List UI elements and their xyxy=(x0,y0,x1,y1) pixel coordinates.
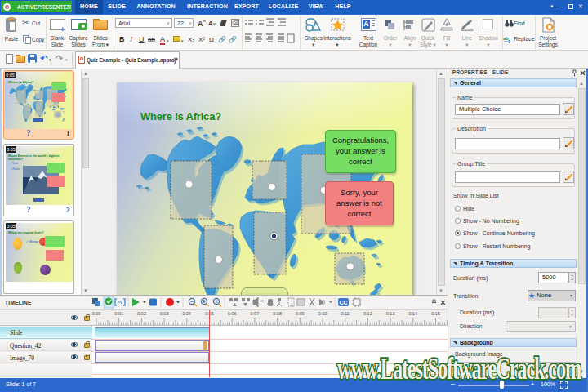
svg-text:0:04: 0:04 xyxy=(182,311,191,316)
svg-text:0:08: 0:08 xyxy=(273,311,282,316)
svg-text:0:03: 0:03 xyxy=(160,311,169,316)
svg-text:0:00: 0:00 xyxy=(92,311,101,316)
svg-text:ab: ab xyxy=(503,36,509,41)
svg-text:0:12: 0:12 xyxy=(363,311,372,316)
svg-text:www.LatestSoftwareCrack.com: www.LatestSoftwareCrack.com xyxy=(337,351,581,385)
svg-text:CC: CC xyxy=(339,300,347,305)
svg-text:0:13: 0:13 xyxy=(386,311,395,316)
svg-text:0:11: 0:11 xyxy=(341,311,350,316)
svg-text:0:15: 0:15 xyxy=(431,311,440,316)
svg-text:0:02: 0:02 xyxy=(137,311,146,316)
svg-text:0:06: 0:06 xyxy=(228,311,237,316)
svg-text:0:07: 0:07 xyxy=(251,311,260,316)
svg-text:0:09: 0:09 xyxy=(296,311,305,316)
svg-text:0:10: 0:10 xyxy=(318,311,327,316)
svg-text:0:01: 0:01 xyxy=(114,311,123,316)
svg-text:0:14: 0:14 xyxy=(408,311,417,316)
